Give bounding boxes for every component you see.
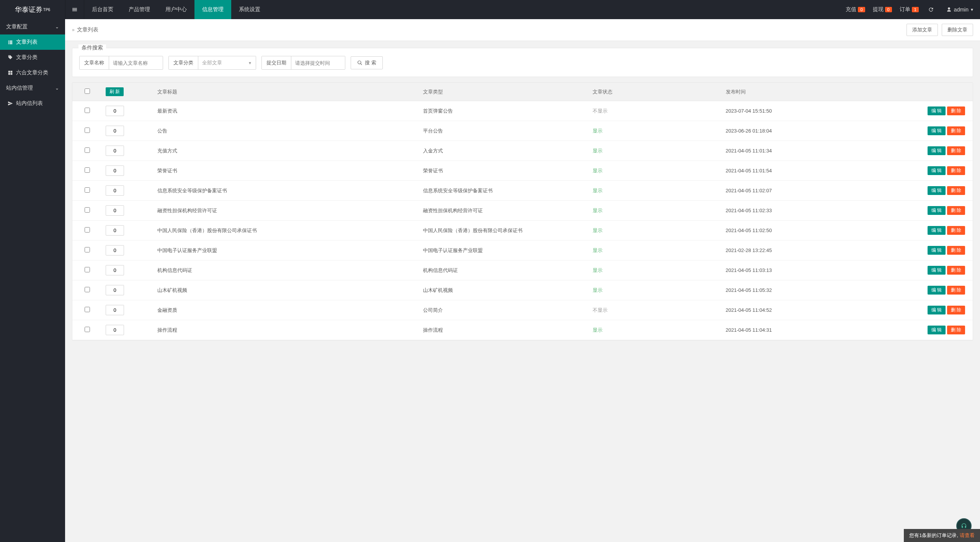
edit-button[interactable]: 编 辑	[928, 326, 946, 334]
edit-button[interactable]: 编 辑	[928, 126, 946, 135]
field-label: 文章分类	[169, 56, 198, 69]
table-header-row: 刷 新 文章标题 文章类型 文章状态 发布时间	[72, 83, 973, 101]
withdraw-label: 提现	[873, 6, 884, 13]
cell-status: 显示	[593, 128, 603, 134]
withdraw-button[interactable]: 提现 0	[869, 6, 896, 13]
cell-title: 中国电子认证服务产业联盟	[154, 241, 419, 260]
row-checkbox[interactable]	[85, 327, 90, 332]
delete-article-button[interactable]: 删除文章	[942, 24, 973, 36]
breadcrumb-actions: 添加文章 删除文章	[906, 24, 973, 36]
table-row: 信息系统安全等级保护备案证书信息系统安全等级保护备案证书显示2021-04-05…	[72, 181, 973, 201]
row-checkbox[interactable]	[85, 287, 90, 292]
sort-input[interactable]	[106, 185, 124, 196]
sort-input[interactable]	[106, 325, 124, 335]
article-name-input[interactable]	[109, 56, 163, 69]
sidebar-group-articles[interactable]: 文章配置 ⌄	[0, 19, 65, 34]
edit-button[interactable]: 编 辑	[928, 206, 946, 215]
topnav-item-0[interactable]: 后台首页	[84, 0, 121, 19]
delete-button[interactable]: 删 除	[947, 146, 965, 155]
sidebar-item-message-list[interactable]: 站内信列表	[0, 96, 65, 111]
row-checkbox[interactable]	[85, 307, 90, 312]
delete-button[interactable]: 删 除	[947, 126, 965, 135]
cell-type: 首页弹窗公告	[419, 101, 589, 121]
sort-input[interactable]	[106, 165, 124, 176]
cell-title: 中国人民保险（香港）股份有限公司承保证书	[154, 221, 419, 241]
topnav-item-4[interactable]: 系统设置	[231, 0, 268, 19]
edit-button[interactable]: 编 辑	[928, 186, 946, 195]
delete-button[interactable]: 删 除	[947, 166, 965, 175]
sidebar-item-label: 文章列表	[16, 39, 38, 46]
edit-button[interactable]: 编 辑	[928, 226, 946, 235]
edit-button[interactable]: 编 辑	[928, 286, 946, 295]
orders-button[interactable]: 订单 1	[896, 6, 923, 13]
search-row: 文章名称 文章分类 全部文章 ▼ 提交日期 搜 索	[79, 56, 966, 70]
orders-label: 订单	[900, 6, 910, 13]
select-all-checkbox[interactable]	[85, 88, 90, 94]
sidebar: 文章配置 ⌄ 文章列表 文章分类 六合文章分类 站内信管理 ⌄ 站内信列表	[0, 19, 65, 347]
delete-button[interactable]: 删 除	[947, 206, 965, 215]
edit-button[interactable]: 编 辑	[928, 166, 946, 175]
edit-button[interactable]: 编 辑	[928, 106, 946, 115]
delete-button[interactable]: 删 除	[947, 266, 965, 275]
sort-input[interactable]	[106, 285, 124, 295]
delete-button[interactable]: 删 除	[947, 306, 965, 314]
article-table: 刷 新 文章标题 文章类型 文章状态 发布时间 最新资讯首页弹窗公告不显示202…	[72, 82, 973, 341]
delete-button[interactable]: 删 除	[947, 186, 965, 195]
menu-toggle-button[interactable]	[65, 0, 84, 19]
search-button[interactable]: 搜 索	[351, 56, 383, 69]
sidebar-group-messages[interactable]: 站内信管理 ⌄	[0, 80, 65, 96]
sort-input[interactable]	[106, 106, 124, 116]
delete-button[interactable]: 删 除	[947, 106, 965, 115]
delete-button[interactable]: 删 除	[947, 226, 965, 235]
row-checkbox[interactable]	[85, 247, 90, 252]
cell-time: 2023-06-26 01:18:04	[722, 121, 862, 141]
edit-button[interactable]: 编 辑	[928, 146, 946, 155]
grid-icon	[8, 70, 13, 75]
topnav-item-2[interactable]: 用户中心	[158, 0, 194, 19]
delete-button[interactable]: 删 除	[947, 246, 965, 255]
sort-input[interactable]	[106, 205, 124, 216]
topnav-item-3[interactable]: 信息管理	[194, 0, 231, 19]
table-row: 机构信息代码证机构信息代码证显示2021-04-05 11:03:13编 辑 删…	[72, 260, 973, 280]
edit-button[interactable]: 编 辑	[928, 246, 946, 255]
sidebar-item-article-category[interactable]: 文章分类	[0, 50, 65, 65]
row-checkbox[interactable]	[85, 147, 90, 153]
sort-input[interactable]	[106, 146, 124, 156]
edit-button[interactable]: 编 辑	[928, 306, 946, 314]
sort-input[interactable]	[106, 245, 124, 255]
sidebar-group-label: 文章配置	[6, 23, 28, 30]
sort-input[interactable]	[106, 126, 124, 136]
cell-type: 公司简介	[419, 300, 589, 320]
row-checkbox[interactable]	[85, 167, 90, 173]
field-article-name: 文章名称	[79, 56, 163, 70]
cell-type: 融资性担保机构经营许可证	[419, 201, 589, 221]
row-checkbox[interactable]	[85, 187, 90, 193]
table-row: 公告平台公告显示2023-06-26 01:18:04编 辑 删 除	[72, 121, 973, 141]
cell-status: 显示	[593, 228, 603, 233]
sort-input[interactable]	[106, 265, 124, 275]
delete-button[interactable]: 删 除	[947, 286, 965, 295]
row-checkbox[interactable]	[85, 207, 90, 213]
row-checkbox[interactable]	[85, 128, 90, 133]
row-checkbox[interactable]	[85, 227, 90, 233]
cell-status: 显示	[593, 168, 603, 174]
delete-button[interactable]: 删 除	[947, 326, 965, 334]
submit-date-input[interactable]	[291, 56, 345, 69]
hamburger-icon	[72, 7, 78, 13]
sort-input[interactable]	[106, 305, 124, 315]
article-category-select[interactable]: 全部文章 ▼	[198, 56, 256, 69]
refresh-button[interactable]	[923, 0, 939, 19]
user-menu-button[interactable]: admin ▾	[939, 0, 980, 19]
topnav-item-1[interactable]: 产品管理	[121, 0, 158, 19]
refresh-sort-button[interactable]: 刷 新	[106, 87, 124, 96]
sidebar-item-article-list[interactable]: 文章列表	[0, 34, 65, 50]
sort-input[interactable]	[106, 225, 124, 236]
cell-status: 显示	[593, 247, 603, 253]
sidebar-item-liuhe-category[interactable]: 六合文章分类	[0, 65, 65, 80]
row-checkbox[interactable]	[85, 267, 90, 272]
table-row: 充值方式入金方式显示2021-04-05 11:01:34编 辑 删 除	[72, 141, 973, 161]
edit-button[interactable]: 编 辑	[928, 266, 946, 275]
recharge-button[interactable]: 充值 0	[842, 6, 869, 13]
row-checkbox[interactable]	[85, 108, 90, 113]
add-article-button[interactable]: 添加文章	[906, 24, 938, 36]
